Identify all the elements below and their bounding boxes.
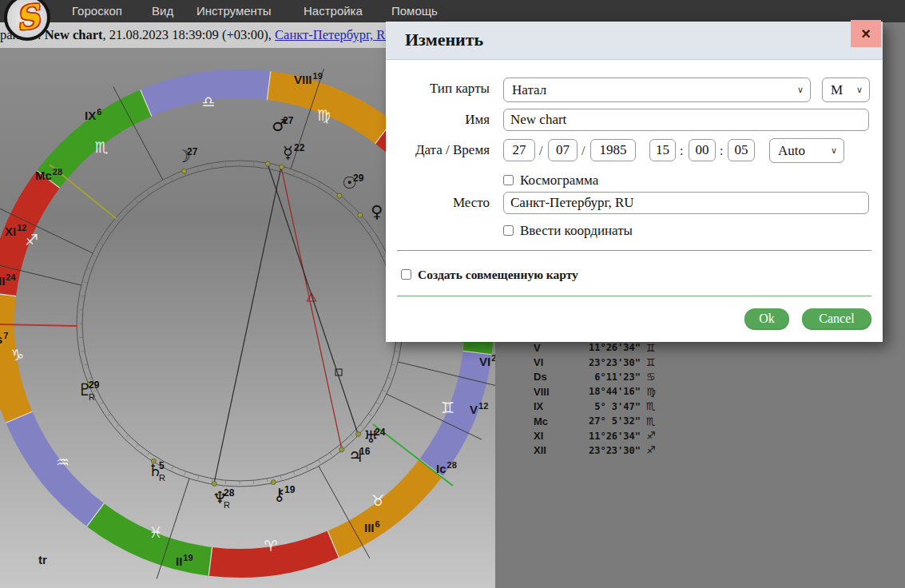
year-input[interactable]: [590, 139, 636, 161]
chevron-down-icon: ∨: [856, 85, 863, 95]
svg-text:16: 16: [359, 446, 371, 457]
second-input[interactable]: [728, 139, 755, 161]
time-separator: :: [680, 144, 683, 158]
svg-text:Ic28: Ic28: [436, 460, 457, 475]
name-input[interactable]: [503, 109, 869, 131]
house-row: VIII18°44'16"♍: [534, 384, 656, 399]
enter-coordinates-checkbox[interactable]: [503, 225, 514, 236]
ok-button[interactable]: Ok: [744, 308, 789, 330]
edit-chart-dialog: Изменить × Тип карты Натал ∨ M ∨ Имя Дат…: [386, 22, 883, 342]
nav-item-помощь[interactable]: Помощь: [391, 4, 438, 18]
svg-text:♉: ♉: [371, 491, 384, 509]
datetime-label: Дата / Время: [386, 142, 490, 158]
house-row: VI23°23'30"♊: [534, 355, 656, 369]
svg-text:♒: ♒: [56, 453, 69, 471]
zodiac-sign-icon: ♏: [646, 415, 656, 427]
name-label: Имя: [386, 112, 490, 128]
dialog-title: Изменить: [386, 22, 883, 50]
logo-s-icon: S: [13, 0, 41, 35]
chart-type-value: Натал: [512, 82, 546, 98]
svg-text:27: 27: [187, 146, 198, 157]
svg-text:♎: ♎: [201, 93, 215, 110]
zodiac-sign-icon: ♊: [646, 356, 656, 368]
dialog-header: Изменить: [386, 22, 883, 60]
house-row: Ds 6°11'23"♋: [534, 370, 656, 384]
combined-chart-label: Создать совмещенную карту: [418, 268, 578, 282]
place-input[interactable]: [503, 192, 869, 214]
house-row: IX 5° 3'47"♏: [534, 399, 656, 414]
house-row: Mc27° 5'32"♏: [534, 414, 656, 428]
svg-text:tr: tr: [38, 553, 47, 566]
svg-text:♍: ♍: [317, 106, 331, 124]
house-system-value: M: [831, 82, 843, 98]
chevron-down-icon: ∨: [797, 85, 804, 95]
chart-name: New chart: [45, 27, 103, 42]
svg-text:27: 27: [283, 115, 294, 126]
svg-text:R: R: [224, 500, 230, 510]
svg-text:♏: ♏: [94, 138, 108, 156]
svg-text:5: 5: [159, 460, 165, 471]
svg-text:29: 29: [89, 379, 100, 391]
nav-item-вид[interactable]: Вид: [152, 4, 173, 18]
svg-text:♑: ♑: [10, 346, 24, 364]
chart-type-select[interactable]: Натал ∨: [503, 77, 811, 102]
date-separator: /: [539, 144, 542, 158]
house-system-select[interactable]: M ∨: [822, 77, 870, 102]
svg-text:19: 19: [284, 484, 296, 495]
svg-text:♐: ♐: [25, 231, 38, 248]
combined-chart-checkbox[interactable]: [401, 269, 411, 280]
zodiac-sign-icon: ♏: [646, 400, 656, 412]
chevron-down-icon: ∨: [831, 145, 837, 156]
chart-type-label: Тип карты: [386, 81, 490, 97]
divider: [397, 296, 871, 296]
zodiac-sign-icon: ♊: [646, 342, 656, 354]
timezone-value: Auto: [778, 143, 805, 159]
zodiac-sign-icon: ♐: [646, 430, 656, 442]
cosmogram-label: Космограмма: [520, 173, 598, 189]
day-input[interactable]: [503, 139, 535, 161]
house-row: XII23°23'30"♐: [534, 443, 656, 458]
place-label: Место: [386, 195, 490, 211]
place-link[interactable]: Санкт-Петербург, RU: [275, 27, 395, 42]
date-separator: /: [582, 144, 585, 158]
timezone-select[interactable]: Auto ∨: [769, 138, 844, 163]
house-row: XI11°26'34"♐: [534, 428, 656, 443]
zodiac-sign-icon: ♍: [646, 386, 656, 398]
svg-text:28: 28: [224, 487, 235, 499]
cancel-button[interactable]: Cancel: [802, 308, 871, 330]
svg-text:29: 29: [353, 173, 364, 184]
svg-text:R: R: [89, 392, 95, 402]
svg-text:22: 22: [294, 142, 305, 153]
transit-datetime: , 21.08.2023 18:39:09 (+03:00),: [103, 27, 276, 42]
time-separator: :: [720, 144, 723, 158]
svg-text:VI24: VI24: [479, 353, 495, 368]
house-row: V11°26'34"♊: [534, 340, 656, 355]
close-icon[interactable]: ×: [851, 20, 881, 47]
svg-text:V12: V12: [470, 401, 488, 416]
cosmogram-checkbox[interactable]: [503, 175, 514, 185]
month-input[interactable]: [548, 139, 578, 161]
svg-text:☿: ☿: [283, 143, 293, 162]
hour-input[interactable]: [649, 139, 676, 161]
houses-cusps-table: V11°26'34"♊VI23°23'30"♊Ds 6°11'23"♋VIII1…: [534, 340, 656, 458]
nav-item-гороскоп[interactable]: Гороскоп: [72, 4, 122, 18]
nav-item-настройка[interactable]: Настройка: [304, 4, 363, 18]
zodiac-sign-icon: ♋: [646, 371, 656, 383]
divider: [397, 250, 871, 251]
zodiac-sign-icon: ♐: [646, 444, 656, 456]
svg-text:♓: ♓: [149, 523, 162, 541]
enter-coordinates-label: Ввести координаты: [520, 223, 633, 239]
svg-text:♊: ♊: [441, 399, 454, 416]
svg-text:24: 24: [375, 427, 386, 438]
svg-text:♀: ♀: [371, 202, 383, 221]
nav-item-инструменты[interactable]: Инструменты: [196, 4, 272, 18]
svg-text:R: R: [159, 473, 165, 483]
top-navbar: S ГороскопВидИнструментыНастройкаПомощь: [0, 0, 905, 22]
minute-input[interactable]: [689, 139, 716, 161]
svg-text:♈: ♈: [264, 537, 278, 554]
